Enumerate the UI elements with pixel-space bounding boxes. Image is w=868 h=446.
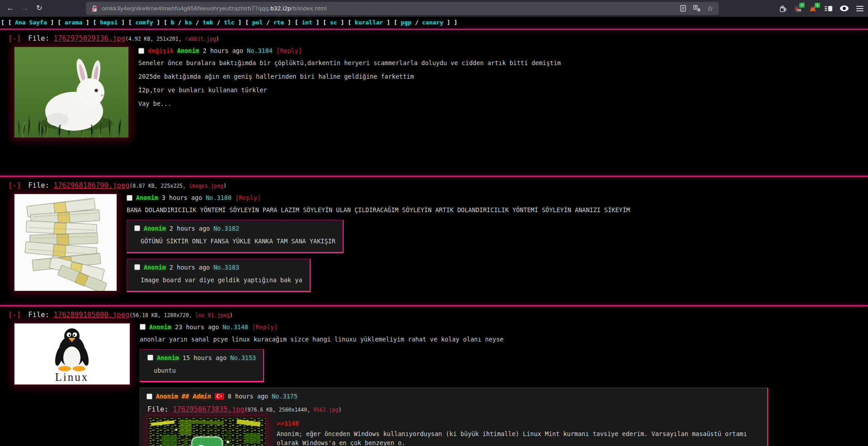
reply-post-3182: Anonim 2 hours ago No.3182 GÖTÜNÜ SİKTİR… [127,220,344,253]
post-checkbox[interactable] [140,324,146,330]
sidebar-toggle-icon[interactable] [825,6,832,11]
reply-link[interactable]: [Reply] [235,194,261,201]
poster-name: Anonim [177,47,199,54]
post-text: Vay be... [138,100,863,108]
privacy-eye-icon[interactable] [840,5,849,11]
post-time: 2 hours ago [203,47,243,54]
back-button[interactable]: ← [5,3,16,14]
post-checkbox[interactable] [147,355,153,361]
file-meta: (56.18 KB, 1280x720, lnx_01.jpeg) [129,312,233,318]
file-meta-post: ) [230,312,233,318]
post-time: 23 hours ago [175,323,219,331]
post-body-3184: Seneler önce buralara baktığımda bir çöp… [138,59,863,108]
file-link[interactable]: 1762899105000.jpeg [53,311,129,319]
post-number-link[interactable]: No.3183 [213,264,239,271]
insecure-lock-icon[interactable] [91,5,98,12]
post-number-link[interactable]: No.3148 [222,323,248,331]
board-nav: [ [ Ana Sayfa ] [ arama ] [ hepsi ] [ co… [0,17,868,28]
file-link[interactable]: 1762950673835.jpg [173,405,245,413]
reader-mode-icon[interactable] [680,5,686,12]
post-checkbox[interactable] [134,225,140,231]
adblock-badge: 1 [815,3,820,8]
collapse-toggle[interactable]: [-] [8,181,21,190]
collapse-toggle[interactable]: [-] [8,34,21,43]
mint-glitch-thumbnail[interactable]: lm [147,416,267,446]
poster-name: Anonim [149,323,171,331]
board-link-arama[interactable]: arama [65,19,82,26]
file-line: [-] File: 1762975029136.jpg(4.92 KB, 251… [8,34,863,43]
thread-3148: [-] File: 1762899105000.jpeg(56.18 KB, 1… [0,306,868,446]
quote-link[interactable]: >>3148 [277,420,299,427]
file-link[interactable]: 1762968186790.jpeg [53,181,129,190]
reply-post-3175-admin: Anonim ## Admin 8 hours ago No.3175 File… [140,388,768,446]
bookmark-star-icon[interactable]: ☆ [707,5,713,12]
svg-text:Linux: Linux [55,371,89,383]
reply-post-3183: Anonim 2 hours ago No.3183 Image board v… [127,259,311,292]
post-text: Image board var diye geldik yaptığına ba… [141,276,302,284]
board-link-comfy[interactable]: comfy [135,19,153,26]
file-orig-link[interactable]: rabbit.jpg [185,36,216,42]
board-link-tlc[interactable]: tlc [224,19,234,26]
board-link-ana-sayfa[interactable]: Ana Sayfa [15,19,47,26]
menu-icon[interactable] [856,6,863,11]
post-number-link[interactable]: No.3153 [230,354,256,361]
board-link-canary[interactable]: canary [422,19,443,26]
money-thumbnail[interactable] [14,193,118,292]
forward-button[interactable]: → [19,3,31,14]
board-link-kurallar[interactable]: kurallar [355,19,383,26]
url-text: omkk3y4eqnike6rne4lmehfu4g656feeuohryeuf… [102,5,327,12]
reload-button[interactable]: ↻ [33,3,45,14]
board-link-ks[interactable]: ks [185,19,192,26]
file-link[interactable]: 1762975029136.jpg [53,34,125,43]
poster-name: Anonim [136,194,158,201]
file-label: File: [28,34,49,43]
post-header-3184: değişik Anonim 2 hours ago No.3184 [Repl… [138,47,863,54]
browser-toolbar: ← → ↻ omkk3y4eqnike6rne4lmehfu4g656feeuo… [0,0,868,17]
collapse-toggle[interactable]: [-] [8,311,21,319]
extensions-puzzle-icon[interactable] [779,5,787,12]
file-orig-link[interactable]: images.jpeg [189,183,223,189]
url-bar[interactable]: omkk3y4eqnike6rne4lmehfu4g656feeuohryeuf… [86,2,719,15]
url-host-prefix: omkk3y4eqnike6rne4lmehfu4g656feeuohryeuf… [102,5,270,12]
board-link-sc[interactable]: sc [330,19,337,26]
post-number-link[interactable]: No.3175 [272,393,297,400]
poster-name: Anonim [144,225,166,232]
board-link-pgp[interactable]: pgp [401,19,411,26]
post-checkbox[interactable] [138,48,144,54]
post-text: GÖTÜNÜ SİKTİR ONLY FANSA YÜKLE KANKA TAM… [141,237,335,245]
translate-icon[interactable]: A [693,5,700,12]
reply-link[interactable]: [Reply] [252,323,278,331]
adblock-fox-icon[interactable]: 1 [809,5,817,12]
post-time: 8 hours ago [228,393,268,400]
url-path: /b/index.html [291,5,327,12]
linux-tux-thumbnail[interactable]: Linux [14,323,131,385]
post-text: ubuntu [154,367,256,375]
thread-3184: [-] File: 1762975029136.jpg(4.92 KB, 251… [0,30,868,176]
noscript-icon[interactable]: JS ✓ [794,5,802,12]
post-subject: değişik [148,47,174,54]
board-link-int[interactable]: int [302,19,312,26]
post-number-link[interactable]: No.3180 [206,194,231,201]
post-body-3180: BANA DOLANDIRICILIK YÖNTEMİ SÖYLEYİN PAR… [127,206,863,214]
file-line: File: 1762950673835.jpg(976.6 KB, 2560x1… [147,405,761,413]
board-link-b[interactable]: b [171,19,175,26]
post-number-link[interactable]: No.3184 [247,47,273,54]
post-checkbox[interactable] [134,264,140,270]
file-meta: (8.87 KB, 225x225, images.jpeg) [129,183,226,189]
board-link-tek[interactable]: tek [203,19,213,26]
post-checkbox[interactable] [146,394,152,399]
board-link-pol[interactable]: pol [252,19,263,26]
turkish-flag-icon [215,393,224,399]
file-line: [-] File: 1762899105000.jpeg(56.18 KB, 1… [8,311,863,319]
board-link-hepsi[interactable]: hepsi [100,19,118,26]
poster-name: Anonim [157,354,179,361]
file-orig-link[interactable]: 9562.jpg [313,407,338,413]
file-meta-pre: (4.92 KB, 251x201, [125,36,185,42]
board-link-rte[interactable]: rte [274,19,284,26]
file-orig-link[interactable]: lnx_01.jpeg [195,312,230,318]
url-domain: b32.i2p [270,5,291,12]
reply-link[interactable]: [Reply] [276,47,302,54]
post-checkbox[interactable] [127,195,132,201]
post-number-link[interactable]: No.3182 [213,225,239,232]
rabbit-thumbnail[interactable] [14,46,129,138]
